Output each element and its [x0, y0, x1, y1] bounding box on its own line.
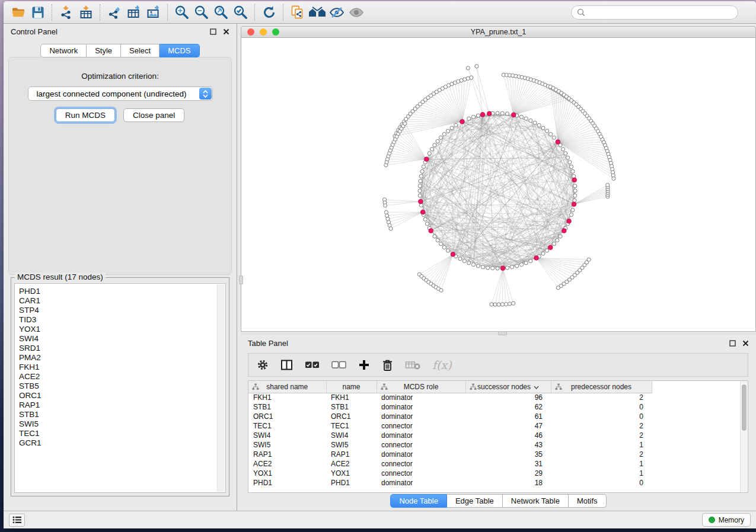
network-node[interactable]	[552, 242, 556, 246]
list-item[interactable]: GCR1	[19, 438, 225, 448]
network-node[interactable]	[467, 261, 471, 265]
node-table[interactable]: shared namenameMCDS rolesuccessor nodesp…	[248, 380, 748, 493]
zoom-fit-icon[interactable]	[211, 4, 231, 21]
network-node[interactable]	[446, 129, 449, 133]
network-node[interactable]	[490, 303, 493, 306]
deselect-all-icon[interactable]	[331, 361, 346, 369]
network-node[interactable]	[436, 238, 439, 242]
network-node[interactable]	[419, 180, 422, 183]
mcds-hub-node[interactable]	[419, 199, 423, 204]
list-scrollbar[interactable]	[217, 284, 225, 492]
close-panel-icon[interactable]	[742, 340, 749, 347]
mcds-hub-node[interactable]	[480, 113, 485, 117]
table-row[interactable]: RAP1RAP1dominator352	[248, 450, 652, 459]
network-node[interactable]	[476, 114, 480, 117]
tab-select[interactable]: Select	[121, 44, 160, 57]
network-node[interactable]	[556, 238, 559, 242]
network-node[interactable]	[403, 122, 407, 126]
zoom-out-icon[interactable]	[192, 4, 211, 21]
list-item[interactable]: YOX1	[19, 325, 225, 334]
network-node[interactable]	[529, 118, 532, 122]
network-node[interactable]	[496, 111, 499, 115]
network-node[interactable]	[467, 117, 471, 120]
table-settings-icon[interactable]	[257, 359, 269, 371]
tab-style[interactable]: Style	[87, 44, 121, 57]
mcds-hub-node[interactable]	[487, 111, 492, 116]
list-item[interactable]: ORC1	[19, 391, 225, 400]
table-row[interactable]: TEC1TEC1connector472	[248, 421, 652, 431]
network-node[interactable]	[420, 169, 424, 173]
network-node[interactable]	[504, 302, 508, 306]
list-item[interactable]: SWI4	[19, 334, 225, 344]
network-node[interactable]	[545, 129, 548, 133]
network-node[interactable]	[515, 264, 519, 268]
network-node[interactable]	[570, 165, 573, 168]
new-network-from-selection-icon[interactable]	[288, 4, 307, 21]
network-node[interactable]	[519, 263, 523, 267]
network-node[interactable]	[573, 189, 577, 193]
network-node[interactable]	[564, 152, 567, 155]
network-node[interactable]	[500, 303, 504, 306]
network-node[interactable]	[491, 267, 495, 270]
network-node[interactable]	[470, 76, 473, 79]
network-node[interactable]	[462, 259, 466, 262]
network-node[interactable]	[418, 189, 422, 193]
network-node[interactable]	[476, 264, 480, 268]
criterion-dropdown[interactable]: largest connected component (undirected)	[28, 86, 213, 101]
zoom-selected-icon[interactable]	[231, 4, 250, 21]
network-node[interactable]	[446, 249, 449, 252]
network-node[interactable]	[541, 126, 545, 130]
network-node[interactable]	[541, 252, 545, 255]
list-item[interactable]: TEC1	[19, 429, 225, 438]
table-row[interactable]: ORC1ORC1dominator610	[248, 412, 652, 421]
list-item[interactable]: ACE2	[19, 372, 225, 382]
network-graph[interactable]	[241, 38, 756, 332]
column-header-predecessor-nodes[interactable]: predecessor nodes	[551, 381, 652, 393]
mcds-hub-node[interactable]	[534, 256, 539, 261]
network-node[interactable]	[519, 115, 523, 118]
network-node[interactable]	[439, 289, 443, 292]
network-node[interactable]	[450, 126, 454, 130]
add-row-icon[interactable]	[358, 359, 370, 371]
network-node[interactable]	[384, 204, 387, 207]
network-node[interactable]	[537, 123, 541, 127]
network-node[interactable]	[508, 302, 512, 306]
select-all-icon[interactable]	[305, 361, 320, 369]
network-node[interactable]	[418, 184, 422, 188]
table-row[interactable]: ACE2ACE2connector311	[248, 459, 652, 469]
network-titlebar[interactable]: YPA_prune.txt_1	[241, 26, 756, 38]
network-node[interactable]	[573, 194, 577, 197]
vertical-splitter-handle[interactable]	[239, 275, 243, 284]
network-node[interactable]	[471, 263, 475, 267]
network-node[interactable]	[418, 194, 422, 197]
export-image-icon[interactable]	[143, 4, 163, 21]
network-node[interactable]	[471, 115, 475, 118]
network-node[interactable]	[568, 161, 572, 164]
mcds-hub-node[interactable]	[460, 120, 465, 124]
table-row[interactable]: PHD1PHD1dominator180	[248, 478, 652, 488]
network-node[interactable]	[430, 148, 433, 151]
network-node[interactable]	[562, 148, 565, 151]
network-node[interactable]	[493, 303, 497, 306]
network-node[interactable]	[571, 209, 575, 212]
list-item[interactable]: STB1	[19, 410, 225, 419]
network-node[interactable]	[433, 235, 436, 238]
memory-button[interactable]: Memory	[702, 513, 751, 527]
network-node[interactable]	[496, 267, 499, 270]
list-item[interactable]: STB5	[19, 382, 225, 391]
column-header-MCDS-role[interactable]: MCDS role	[377, 381, 465, 393]
tab-network-table[interactable]: Network Table	[503, 494, 569, 508]
network-node[interactable]	[442, 245, 446, 249]
task-history-icon[interactable]	[9, 514, 25, 527]
network-node[interactable]	[419, 174, 423, 178]
network-node[interactable]	[545, 249, 548, 252]
network-node[interactable]	[436, 139, 439, 143]
network-node[interactable]	[524, 117, 528, 120]
list-item[interactable]: PHD1	[19, 287, 225, 296]
network-node[interactable]	[552, 136, 556, 139]
hide-selected-icon[interactable]	[327, 4, 346, 21]
close-panel-icon[interactable]	[223, 28, 229, 35]
network-node[interactable]	[497, 303, 500, 306]
column-header-successor-nodes[interactable]: successor nodes	[465, 381, 551, 393]
list-item[interactable]: SWI5	[19, 419, 225, 429]
